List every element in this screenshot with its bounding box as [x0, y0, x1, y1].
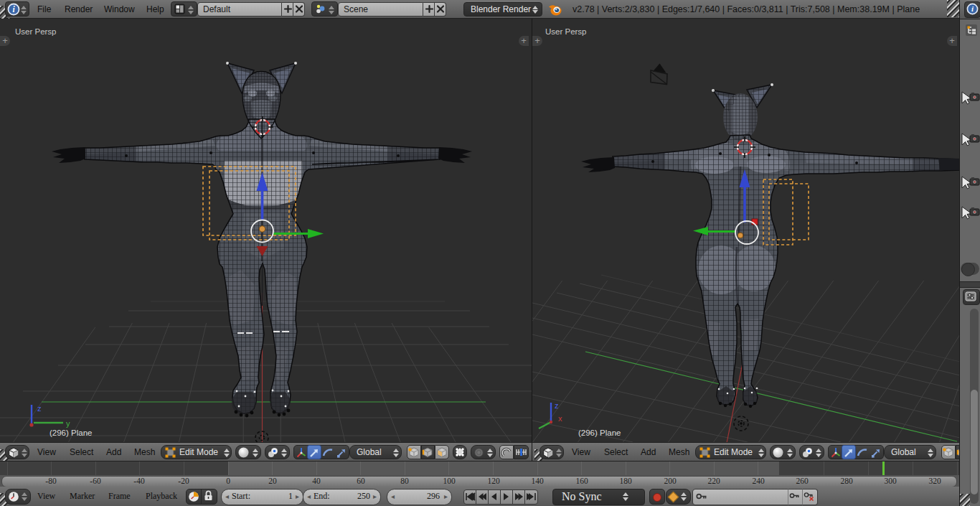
svg-text:z: z	[555, 401, 559, 410]
svg-text:User Persp: User Persp	[545, 27, 587, 36]
svg-text:z: z	[37, 404, 42, 413]
svg-text:(296) Plane: (296) Plane	[50, 428, 92, 437]
svg-text:User Persp: User Persp	[15, 27, 57, 36]
svg-text:i: i	[971, 4, 973, 13]
svg-text:(296) Plane: (296) Plane	[578, 428, 621, 437]
svg-text:y: y	[66, 419, 70, 428]
svg-text:x: x	[558, 414, 562, 423]
